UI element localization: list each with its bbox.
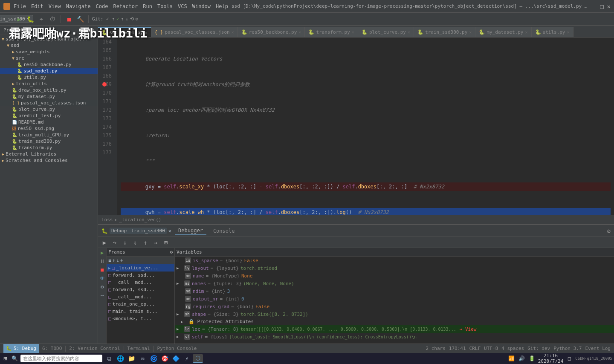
debug-tab-debugger[interactable]: Debugger: [175, 227, 206, 235]
frame-item-0[interactable]: ▶ □ _location_ve...: [107, 264, 174, 272]
debug-view-btn[interactable]: 👁: [100, 275, 105, 281]
debug-status-indicator[interactable]: 🐛 5: Debug: [3, 344, 39, 353]
taskbar-search[interactable]: [20, 355, 102, 362]
code-lines[interactable]: Generate Location Vectors 计算ground truth…: [117, 38, 614, 215]
frame-item-7[interactable]: □ <module>, t...: [107, 315, 174, 322]
debug-step-into-btn[interactable]: ↓: [120, 238, 130, 247]
frames-add-btn[interactable]: +: [120, 257, 123, 263]
tab-pascal-voc[interactable]: { } pascal_voc_classes.json ✕: [151, 27, 238, 37]
terminal-btn[interactable]: Terminal: [127, 346, 150, 351]
var-is-sparse[interactable]: is is_sparse = {bool} False: [175, 257, 614, 264]
frame-item-3[interactable]: □ forward, ssd...: [107, 286, 174, 293]
menu-vcs[interactable]: VCS: [178, 3, 187, 9]
debug-settings-icon[interactable]: ⚙: [607, 228, 611, 234]
menu-window[interactable]: Window: [192, 3, 211, 9]
var-protected-attrs[interactable]: 🔒 Protected Attributes: [175, 318, 614, 325]
debug-stop-btn[interactable]: ■: [101, 267, 104, 273]
var-self[interactable]: sf self = {Loss} (location_loss): Smooth…: [175, 333, 614, 341]
menu-run[interactable]: Run: [143, 3, 152, 9]
edge-icon[interactable]: 🌐: [115, 354, 125, 363]
menu-view[interactable]: View: [49, 3, 61, 9]
tab-my-dataset[interactable]: 🐍 my_dataset.py ✕: [475, 27, 531, 37]
close-tab-transform[interactable]: ✕: [352, 30, 354, 35]
tray-network[interactable]: 📶: [507, 355, 516, 362]
var-names[interactable]: ns names = {tuple: 3} (None, None, None): [175, 280, 614, 287]
debug-step-into-my-code-btn[interactable]: ⇓: [130, 238, 140, 247]
taskbar-search-input[interactable]: [23, 356, 100, 361]
tree-save-weights[interactable]: ▶ save_weights: [0, 49, 98, 55]
tab-utils[interactable]: 🐍 utils.py ✕: [532, 27, 573, 37]
tray-battery[interactable]: 🔋: [528, 355, 536, 362]
debug-pause-btn[interactable]: ⏸: [100, 258, 105, 264]
debug-evaluate-btn[interactable]: ⊞: [161, 238, 171, 247]
tab-train-ssd300[interactable]: 🐍 train_ssd300.py ✕: [414, 27, 475, 37]
show-desktop-btn[interactable]: □: [565, 355, 573, 362]
debug-button[interactable]: 🐛: [26, 14, 35, 24]
close-tab-pascal-voc[interactable]: ✕: [232, 30, 234, 35]
event-log[interactable]: Event Log: [585, 346, 611, 351]
tree-utils[interactable]: 🐍 utils.py: [0, 74, 98, 81]
start-button[interactable]: ⊞: [2, 355, 9, 362]
close-tab-my-dataset[interactable]: ✕: [525, 30, 527, 35]
tree-my-dataset[interactable]: 🐍 my_dataset.py: [0, 93, 98, 100]
close-debug-icon[interactable]: ✕: [168, 228, 171, 234]
debug-step-over-btn[interactable]: ↷: [110, 238, 119, 247]
tree-ssd-folder[interactable]: ▼ ssd: [0, 42, 98, 49]
frames-down-btn[interactable]: ↓: [116, 257, 119, 263]
build-button[interactable]: 🔨: [75, 14, 85, 24]
frame-item-4[interactable]: □ __call__mod...: [107, 293, 174, 300]
close-tab-res50[interactable]: ✕: [298, 30, 301, 35]
menu-code[interactable]: Code: [96, 3, 108, 9]
close-tab-plot-curve[interactable]: ✕: [408, 30, 410, 35]
frame-item-2[interactable]: □ __call__mod...: [107, 279, 174, 286]
debug-run-to-cursor-btn[interactable]: →: [151, 238, 160, 247]
menu-tools[interactable]: Tools: [157, 3, 173, 9]
tab-plot-curve[interactable]: 🐍 plot_curve.py ✕: [358, 27, 414, 37]
close-tab-utils[interactable]: ✕: [567, 30, 570, 35]
menu-refactor[interactable]: Refactor: [113, 3, 138, 9]
mail-icon[interactable]: ✉: [137, 354, 148, 363]
stop-button[interactable]: ■: [64, 14, 74, 24]
taskview-btn[interactable]: ⧉: [104, 354, 114, 363]
var-output-nr[interactable]: on output_nr = {int} 0: [175, 295, 614, 303]
var-layout[interactable]: ly layout = {layout} torch.strided: [175, 264, 614, 272]
todo-indicator[interactable]: 6: TODO: [42, 346, 62, 351]
debug-tab-console[interactable]: Console: [210, 227, 238, 235]
frame-item-6[interactable]: □ main, train_s...: [107, 308, 174, 315]
tree-draw-box[interactable]: 🐍 draw_box_utils.py: [0, 87, 98, 93]
tab-transform[interactable]: 🐍 transform.py ✕: [305, 27, 358, 37]
tree-pascal-voc[interactable]: { } pascal_voc_classes.json: [0, 100, 98, 106]
tree-transform[interactable]: 🐍 transform.py: [0, 144, 98, 151]
menu-edit[interactable]: Edit: [31, 3, 43, 9]
tree-res50-backbone[interactable]: 🐍 res50_backbone.py: [0, 61, 98, 68]
minimize-button[interactable]: —: [593, 3, 597, 10]
debug-play-btn[interactable]: ▶: [101, 250, 104, 256]
tree-res50-png[interactable]: 🖼 res50_ssd.png: [0, 125, 98, 132]
close-tab-train-ssd300[interactable]: ✕: [469, 30, 472, 35]
tab-res50-backbone[interactable]: 🐍 res50_backbone.py ✕: [238, 27, 305, 37]
debug-more-btn[interactable]: ⋯: [101, 292, 104, 298]
debug-settings-btn[interactable]: ⚙: [101, 284, 104, 290]
coverage-button[interactable]: ☂: [37, 14, 46, 24]
maximize-button[interactable]: □: [600, 3, 603, 10]
tree-ssd-model[interactable]: 🐍 ssd_model.py: [0, 68, 98, 74]
tree-external-libs[interactable]: ▶ External Libraries: [0, 151, 98, 157]
folder-icon[interactable]: 📁: [126, 354, 136, 363]
debug-resume-btn[interactable]: ▶: [100, 238, 109, 247]
tree-predict-test[interactable]: 🐍 predict_test.py: [0, 113, 98, 119]
frame-item-1[interactable]: □ forward, ssd...: [107, 272, 174, 279]
run-config-dropdown[interactable]: ▶ train_ssd300 ▾: [3, 14, 13, 24]
tray-volume[interactable]: 🔊: [518, 355, 526, 362]
browser-icon[interactable]: 🌀: [148, 354, 159, 363]
var-name[interactable]: nm name = {NoneType} None: [175, 272, 614, 280]
debug-step-out-btn[interactable]: ↑: [141, 238, 150, 247]
frame-item-5[interactable]: □ train_one_ep...: [107, 300, 174, 308]
menu-navigate[interactable]: Navigate: [66, 3, 91, 9]
var-loc[interactable]: lc loc = {Tensor: 8} tensor([[[0.0133, 0…: [175, 325, 614, 333]
tree-src-folder[interactable]: ▼ src: [0, 55, 98, 61]
tree-root[interactable]: ▼ ssd D:\My_code\pythonProje...: [0, 36, 98, 42]
frames-up-btn[interactable]: ↑: [112, 257, 115, 263]
breadcrumb-loss[interactable]: Loss: [101, 217, 113, 222]
breadcrumb-func[interactable]: _location_vec(): [119, 217, 161, 222]
menu-file[interactable]: File: [14, 3, 26, 9]
